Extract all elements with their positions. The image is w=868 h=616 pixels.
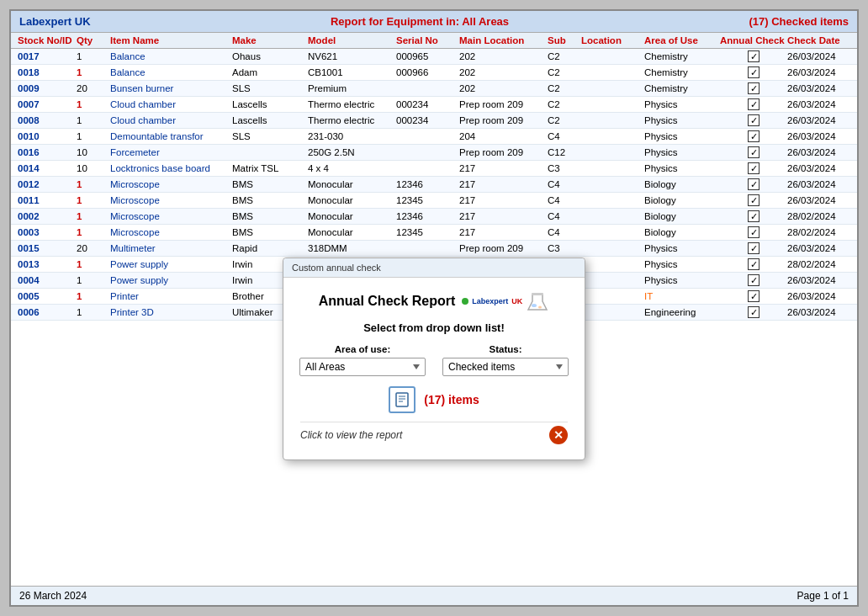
cell-area: Physics	[644, 99, 720, 109]
cell-sub: C4	[548, 195, 581, 205]
cell-stock: 0004	[18, 275, 77, 285]
cell-serial: 12345	[396, 227, 459, 237]
cell-check: ✓	[720, 226, 787, 238]
cell-area: Chemistry	[644, 67, 720, 77]
cell-sub: C2	[548, 67, 581, 77]
cell-check: ✓	[720, 290, 787, 302]
cell-qty: 1	[77, 131, 110, 141]
cell-serial: 000234	[396, 99, 459, 109]
cell-stock: 0016	[18, 147, 77, 157]
cell-model: NV621	[308, 51, 396, 61]
cell-area: Physics	[644, 131, 720, 141]
col-mainloc: Main Location	[459, 35, 548, 45]
cell-area: Physics	[644, 115, 720, 125]
col-check: Annual Check	[720, 35, 787, 45]
cell-make: SLS	[232, 131, 308, 141]
cell-check: ✓	[720, 82, 787, 94]
view-report-button[interactable]	[389, 386, 415, 413]
footer-date: 26 March 2024	[19, 590, 87, 602]
cell-area: Biology	[644, 211, 720, 221]
svg-point-2	[532, 304, 537, 307]
cell-mainloc: Prep room 209	[459, 99, 548, 109]
checkbox-checked: ✓	[748, 114, 760, 126]
dialog-body: Annual Check Report Labexpert UK Selec	[283, 278, 585, 459]
status-select[interactable]: Checked items Unchecked items All items	[442, 358, 569, 376]
cell-check: ✓	[720, 162, 787, 174]
logo-uk: UK	[511, 297, 522, 305]
cell-area: Physics	[644, 147, 720, 157]
cell-date: 28/02/2024	[787, 259, 857, 269]
cell-mainloc: 202	[459, 83, 548, 93]
dialog-logo-row: Annual Check Report Labexpert UK	[300, 289, 568, 313]
checkbox-checked: ✓	[748, 178, 760, 190]
cell-item: Microscope	[110, 211, 232, 221]
cell-serial: 12346	[396, 211, 459, 221]
status-label: Status:	[442, 344, 569, 354]
table-row: 00181BalanceAdamCB1001000966202C2Chemist…	[11, 65, 857, 81]
cell-qty: 1	[77, 51, 110, 61]
cell-item: Balance	[110, 51, 232, 61]
cell-qty: 1	[77, 227, 110, 237]
dialog-form-row: Area of use: All Areas Biology Chemistry…	[300, 344, 568, 376]
cell-qty: 1	[77, 211, 110, 221]
dialog-subtitle: Select from drop down list!	[363, 321, 505, 334]
dialog-report-title: Annual Check Report	[319, 294, 456, 309]
cell-stock: 0011	[18, 195, 77, 205]
cell-date: 26/03/2024	[787, 147, 857, 157]
cell-mainloc: Prep room 209	[459, 115, 548, 125]
cell-make: Ohaus	[232, 51, 308, 61]
cell-model: 231-030	[308, 131, 396, 141]
cell-make: Lascells	[232, 115, 308, 125]
cell-item: Bunsen burner	[110, 83, 232, 93]
col-qty: Qty	[77, 35, 110, 45]
cell-make: BMS	[232, 211, 308, 221]
cell-sub: C2	[548, 51, 581, 61]
cell-serial: 000965	[396, 51, 459, 61]
svg-rect-1	[532, 293, 543, 295]
checkbox-checked: ✓	[748, 146, 760, 158]
cell-date: 26/03/2024	[787, 67, 857, 77]
cell-qty: 1	[77, 67, 110, 77]
cell-sub: C2	[548, 115, 581, 125]
checkbox-checked: ✓	[748, 210, 760, 222]
cell-check: ✓	[720, 50, 787, 62]
cell-serial: 12345	[396, 195, 459, 205]
cell-item: Balance	[110, 67, 232, 77]
cell-stock: 0006	[18, 307, 77, 317]
cell-stock: 0002	[18, 211, 77, 221]
cell-stock: 0008	[18, 115, 77, 125]
cell-sub: C12	[548, 147, 581, 157]
cell-make: BMS	[232, 195, 308, 205]
close-button[interactable]: ✕	[549, 426, 568, 444]
cell-qty: 1	[77, 195, 110, 205]
main-window: Labexpert UK Report for Equipment in: Al…	[9, 9, 859, 607]
cell-sub: C3	[548, 163, 581, 173]
cell-sub: C4	[548, 211, 581, 221]
cell-sub: C4	[548, 131, 581, 141]
cell-make: Matrix TSL	[232, 163, 308, 173]
report-prefix: Report for Equipment in:	[331, 15, 462, 28]
checkbox-checked: ✓	[748, 274, 760, 286]
checkbox-checked: ✓	[748, 98, 760, 110]
logo-area: Labexpert UK	[462, 289, 549, 313]
column-headers: Stock No/ID Qty Item Name Make Model Ser…	[11, 33, 857, 49]
cell-model: 250G 2.5N	[308, 147, 396, 157]
col-area: Area of Use	[644, 35, 720, 45]
cell-sub: C3	[548, 243, 581, 253]
cell-date: 26/03/2024	[787, 51, 857, 61]
cell-stock: 0013	[18, 259, 77, 269]
cell-model: Thermo electric	[308, 99, 396, 109]
company-title: Labexpert UK	[19, 15, 91, 28]
area-label: Area of use:	[299, 344, 426, 354]
cell-item: Cloud chamber	[110, 99, 232, 109]
cell-model: Monocular	[308, 179, 396, 189]
cell-check: ✓	[720, 130, 787, 142]
area-select[interactable]: All Areas Biology Chemistry Engineering …	[299, 358, 426, 376]
table-row: 00021MicroscopeBMSMonocular12346217C4Bio…	[11, 209, 857, 225]
cell-model: Monocular	[308, 227, 396, 237]
cell-model: Monocular	[308, 211, 396, 221]
cell-model: Monocular	[308, 195, 396, 205]
table-row: 00031MicroscopeBMSMonocular12345217C4Bio…	[11, 225, 857, 241]
cell-item: Printer 3D	[110, 307, 232, 317]
cell-sub: C2	[548, 83, 581, 93]
